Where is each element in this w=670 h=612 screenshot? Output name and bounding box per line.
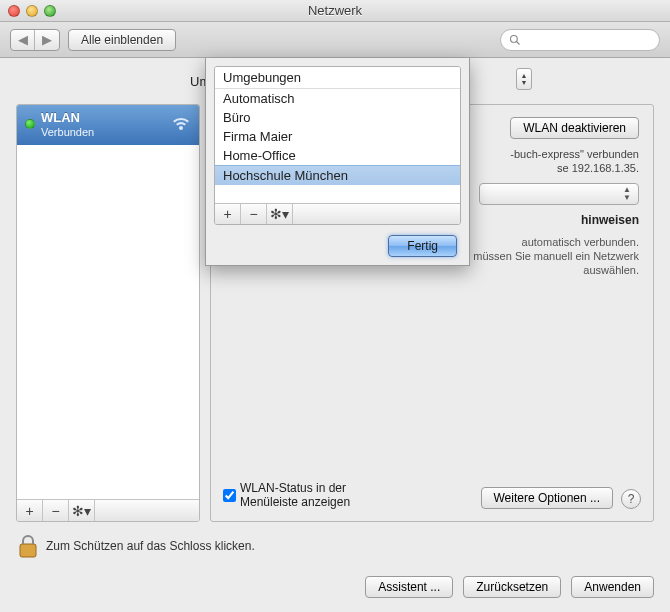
bottom-buttons: Assistent ... Zurücksetzen Anwenden — [365, 576, 654, 598]
location-options-button[interactable]: ✻▾ — [267, 204, 293, 224]
assistant-button[interactable]: Assistent ... — [365, 576, 453, 598]
search-input[interactable] — [500, 29, 660, 51]
svg-point-0 — [511, 35, 518, 42]
back-button[interactable]: ◀ — [11, 30, 35, 50]
window-title: Netzwerk — [0, 3, 670, 18]
locations-popover: Umgebungen Automatisch Büro Firma Maier … — [205, 58, 470, 266]
interface-name: WLAN — [41, 111, 94, 125]
more-options-button[interactable]: Weitere Optionen ... — [481, 487, 614, 509]
connection-info: -buch-express" verbunden se 192.168.1.35… — [510, 147, 639, 175]
lock-text: Zum Schützen auf das Schloss klicken. — [46, 539, 255, 553]
show-all-button[interactable]: Alle einblenden — [68, 29, 176, 51]
show-status-label: WLAN-Status in der Menüleiste anzeigen — [240, 481, 350, 509]
location-item[interactable]: Home-Office — [215, 146, 460, 165]
svg-rect-2 — [20, 544, 36, 557]
locations-list: Umgebungen Automatisch Büro Firma Maier … — [214, 66, 461, 225]
interfaces-sidebar: WLAN Verbunden + − ✻▾ — [16, 104, 200, 522]
remove-location-button[interactable]: − — [241, 204, 267, 224]
status-dot-icon — [25, 119, 35, 129]
location-item[interactable]: Firma Maier — [215, 127, 460, 146]
sidebar-footer: + − ✻▾ — [17, 499, 199, 521]
lock-icon — [16, 532, 40, 560]
show-status-checkbox-row[interactable]: WLAN-Status in der Menüleiste anzeigen — [223, 481, 350, 509]
interface-options-button[interactable]: ✻▾ — [69, 500, 95, 521]
wifi-icon — [171, 115, 191, 133]
location-item[interactable]: Automatisch — [215, 89, 460, 108]
interface-status: Verbunden — [41, 125, 94, 139]
revert-button[interactable]: Zurücksetzen — [463, 576, 561, 598]
apply-button[interactable]: Anwenden — [571, 576, 654, 598]
location-item[interactable]: Büro — [215, 108, 460, 127]
wlan-deactivate-button[interactable]: WLAN deaktivieren — [510, 117, 639, 139]
forward-button[interactable]: ▶ — [35, 30, 59, 50]
show-status-checkbox[interactable] — [223, 489, 236, 502]
add-interface-button[interactable]: + — [17, 500, 43, 521]
lock-row[interactable]: Zum Schützen auf das Schloss klicken. — [16, 532, 255, 560]
locations-header: Umgebungen — [215, 67, 460, 89]
hint-title: hinweisen — [581, 213, 639, 227]
sidebar-item-wlan[interactable]: WLAN Verbunden — [17, 105, 199, 145]
search-icon — [509, 34, 521, 46]
location-dropdown-arrows[interactable]: ▲▼ — [516, 68, 532, 90]
add-location-button[interactable]: + — [215, 204, 241, 224]
svg-line-1 — [517, 41, 520, 44]
help-button[interactable]: ? — [621, 489, 641, 509]
remove-interface-button[interactable]: − — [43, 500, 69, 521]
nav-back-forward[interactable]: ◀ ▶ — [10, 29, 60, 51]
window-titlebar: Netzwerk — [0, 0, 670, 22]
location-item-selected[interactable]: Hochschule München — [215, 165, 460, 185]
network-name-dropdown[interactable]: ▲▼ — [479, 183, 639, 205]
toolbar: ◀ ▶ Alle einblenden — [0, 22, 670, 58]
locations-footer: + − ✻▾ — [215, 203, 460, 224]
done-button[interactable]: Fertig — [388, 235, 457, 257]
